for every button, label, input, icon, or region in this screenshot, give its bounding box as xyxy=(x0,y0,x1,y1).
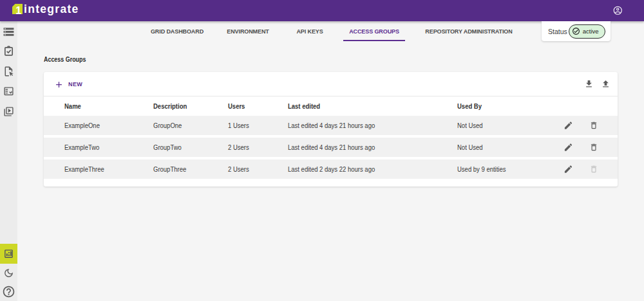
svg-text:1: 1 xyxy=(15,5,21,14)
